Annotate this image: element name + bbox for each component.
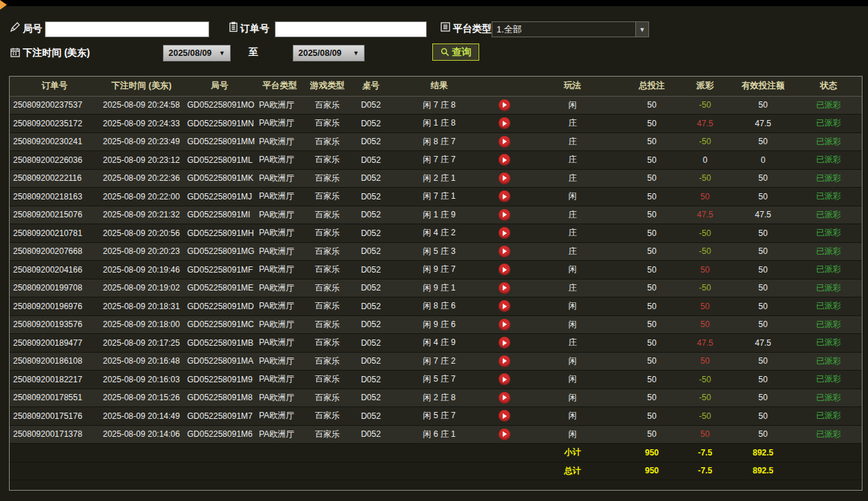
cell-result: 闲 9 庄 1 — [391, 279, 488, 297]
cell-result: 闲 2 庄 1 — [391, 169, 488, 188]
cell-table_no: D052 — [351, 206, 391, 224]
play-video-button[interactable] — [499, 209, 510, 221]
play-video-button[interactable] — [499, 337, 510, 348]
cell-result: 闲 5 庄 7 — [391, 371, 488, 389]
replay-cell — [488, 169, 521, 188]
cell-platform: PA欧洲厅 — [255, 115, 304, 133]
cell-status: 已派彩 — [795, 425, 862, 444]
play-video-button[interactable] — [499, 99, 510, 111]
cell-payout: -50 — [679, 279, 731, 297]
play-icon — [503, 157, 507, 163]
cell-result: 闲 7 庄 7 — [391, 151, 488, 170]
chevron-down-icon: ▼ — [635, 22, 648, 37]
date-from-picker[interactable]: 2025/08/09 ▼ — [163, 45, 231, 61]
play-icon — [503, 121, 507, 126]
cell-table_no: D052 — [351, 151, 391, 170]
summary-empty-cell — [795, 444, 862, 462]
summary-empty-cell — [488, 444, 521, 462]
cell-status: 已派彩 — [795, 206, 862, 224]
cell-result: 闲 5 庄 3 — [391, 242, 488, 261]
cell-payout: -50 — [679, 224, 731, 243]
play-video-button[interactable] — [499, 227, 510, 239]
table-row: 2508092002260362025-08-09 20:23:12GD0522… — [10, 151, 862, 170]
cell-payout: -50 — [679, 407, 731, 426]
cell-status: 已派彩 — [795, 315, 862, 334]
round-label: 局号 — [23, 23, 42, 35]
play-video-button[interactable] — [499, 117, 510, 129]
cell-game: 百家乐 — [304, 115, 351, 133]
cell-status: 已派彩 — [795, 352, 862, 371]
date-to-picker[interactable]: 2025/08/09 ▼ — [293, 45, 365, 61]
summary-cell: 892.5 — [731, 444, 795, 462]
cell-total_bet: 50 — [624, 96, 679, 115]
play-video-button[interactable] — [499, 154, 510, 166]
cell-total_bet: 50 — [624, 261, 679, 279]
cell-valid_bet: 50 — [731, 315, 795, 334]
cell-payout: 47.5 — [679, 334, 731, 353]
play-video-button[interactable] — [499, 246, 510, 257]
column-header: 游戏类型 — [304, 77, 351, 96]
replay-cell — [488, 425, 521, 444]
cell-bet_time: 2025-08-09 20:23:12 — [99, 151, 184, 170]
play-video-button[interactable] — [499, 173, 510, 184]
summary-empty-cell — [99, 444, 184, 462]
cell-bet_on: 闲 — [521, 297, 624, 316]
play-video-button[interactable] — [499, 392, 510, 404]
round-input[interactable] — [45, 21, 209, 37]
replay-cell — [488, 334, 521, 353]
cell-round_id: GD052258091ME — [184, 279, 255, 297]
table-row: 2508092001997082025-08-09 20:19:02GD0522… — [10, 279, 862, 297]
replay-cell — [488, 206, 521, 224]
cell-result: 闲 9 庄 6 — [391, 315, 488, 334]
play-icon — [503, 175, 507, 181]
cell-game: 百家乐 — [304, 407, 351, 426]
cell-valid_bet: 50 — [731, 389, 795, 407]
collapse-arrow-icon[interactable] — [0, 0, 7, 10]
play-video-button[interactable] — [499, 282, 510, 294]
cell-order_id: 250809200186108 — [10, 352, 99, 371]
query-button-label: 查询 — [452, 46, 472, 59]
play-video-button[interactable] — [499, 373, 510, 385]
cell-valid_bet: 50 — [731, 169, 795, 188]
table-row: 2508092001861082025-08-09 20:16:48GD0522… — [10, 352, 862, 371]
play-video-button[interactable] — [499, 429, 510, 440]
play-icon — [503, 285, 507, 291]
replay-cell — [488, 279, 521, 297]
cell-round_id: GD052258091MM — [184, 132, 255, 151]
cell-platform: PA欧洲厅 — [255, 315, 304, 334]
cell-result: 闲 8 庄 7 — [391, 132, 488, 151]
cell-bet_on: 闲 — [521, 352, 624, 371]
summary-empty-cell — [351, 444, 391, 462]
replay-cell — [488, 151, 521, 170]
cell-platform: PA欧洲厅 — [255, 371, 304, 389]
cell-total_bet: 50 — [624, 132, 679, 151]
play-video-button[interactable] — [499, 300, 510, 312]
cell-round_id: GD052258091MG — [184, 242, 255, 261]
query-button[interactable]: 查询 — [432, 43, 479, 61]
cell-valid_bet: 47.5 — [731, 115, 795, 133]
cell-platform: PA欧洲厅 — [255, 132, 304, 151]
table-row: 2508092002181632025-08-09 20:22:00GD0522… — [10, 188, 862, 206]
play-video-button[interactable] — [499, 136, 510, 148]
platform-select[interactable]: 1.全部 ▼ — [492, 21, 649, 37]
replay-cell — [488, 188, 521, 206]
table-header-row: 订单号下注时间 (美东)局号平台类型游戏类型桌号结果玩法总投注派彩有效投注额状态 — [10, 77, 862, 96]
play-video-button[interactable] — [499, 410, 510, 422]
cell-status: 已派彩 — [795, 389, 862, 407]
cell-round_id: GD052258091MO — [184, 96, 255, 115]
play-video-button[interactable] — [499, 264, 510, 275]
play-video-button[interactable] — [499, 190, 510, 202]
column-header: 有效投注额 — [731, 77, 795, 96]
cell-bet_time: 2025-08-09 20:17:25 — [99, 334, 184, 353]
cell-result: 闲 5 庄 7 — [391, 407, 488, 426]
summary-empty-cell — [255, 462, 304, 480]
cell-game: 百家乐 — [304, 96, 351, 115]
play-video-button[interactable] — [499, 355, 510, 367]
cell-round_id: GD052258091MH — [184, 224, 255, 243]
order-input[interactable] — [275, 21, 427, 37]
play-video-button[interactable] — [499, 319, 510, 331]
cell-table_no: D052 — [351, 169, 391, 188]
cell-status: 已派彩 — [795, 407, 862, 426]
cell-total_bet: 50 — [624, 425, 679, 444]
cell-bet_time: 2025-08-09 20:16:03 — [99, 371, 184, 389]
